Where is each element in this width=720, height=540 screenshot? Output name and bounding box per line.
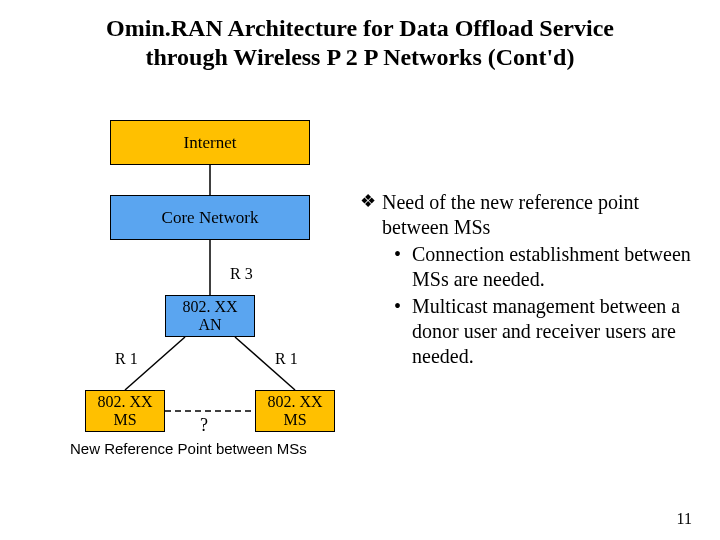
core-network-box: Core Network xyxy=(110,195,310,240)
bullet-sub-text: Connection establishment between MSs are… xyxy=(412,242,700,292)
bullet-main-text: Need of the new reference point between … xyxy=(382,190,700,240)
an-label-1: 802. XX xyxy=(182,298,237,316)
bullet-list: ❖ Need of the new reference point betwee… xyxy=(360,190,700,369)
bullet-sub-list: • Connection establishment between MSs a… xyxy=(394,242,700,369)
dot-bullet-icon: • xyxy=(394,294,412,369)
ms-left-box: 802. XX MS xyxy=(85,390,165,432)
ms1-label-2: MS xyxy=(97,411,152,429)
new-reference-caption: New Reference Point between MSs xyxy=(70,440,350,459)
bullet-sub-item: • Multicast management between a donor u… xyxy=(394,294,700,369)
r1-right-label: R 1 xyxy=(275,350,298,368)
architecture-diagram: Internet Core Network 802. XX AN 802. XX… xyxy=(80,110,350,490)
ms2-label-2: MS xyxy=(267,411,322,429)
bullet-sub-text: Multicast management between a donor use… xyxy=(412,294,700,369)
an-box: 802. XX AN xyxy=(165,295,255,337)
dot-bullet-icon: • xyxy=(394,242,412,292)
internet-box: Internet xyxy=(110,120,310,165)
bullet-main: ❖ Need of the new reference point betwee… xyxy=(360,190,700,240)
internet-label: Internet xyxy=(184,133,237,153)
page-number: 11 xyxy=(677,510,692,528)
ms1-label-1: 802. XX xyxy=(97,393,152,411)
r1-left-label: R 1 xyxy=(115,350,138,368)
question-mark-label: ? xyxy=(200,415,208,436)
r3-label: R 3 xyxy=(230,265,253,283)
core-label: Core Network xyxy=(162,208,259,228)
title-line1: Omin.RAN Architecture for Data Offload S… xyxy=(0,14,720,43)
title-line2: through Wireless P 2 P Networks (Cont'd) xyxy=(0,43,720,72)
an-label-2: AN xyxy=(182,316,237,334)
ms-right-box: 802. XX MS xyxy=(255,390,335,432)
ms2-label-1: 802. XX xyxy=(267,393,322,411)
bullet-sub-item: • Connection establishment between MSs a… xyxy=(394,242,700,292)
slide-title: Omin.RAN Architecture for Data Offload S… xyxy=(0,14,720,72)
diamond-bullet-icon: ❖ xyxy=(360,190,382,240)
